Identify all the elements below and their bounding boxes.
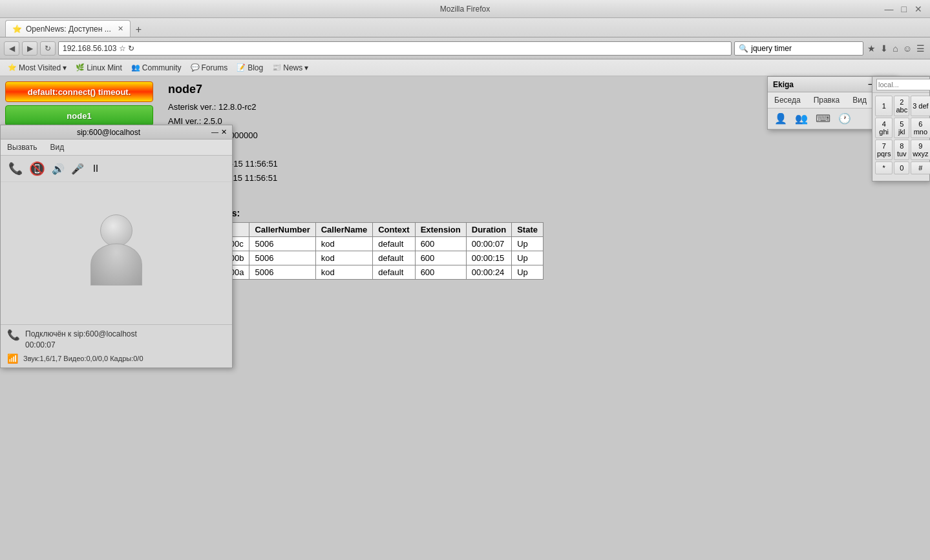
menu-btn[interactable]: ☰ bbox=[915, 42, 926, 55]
bookmark-community[interactable]: 👥 Community bbox=[129, 62, 184, 74]
call-hangup-btn[interactable]: 📵 bbox=[28, 160, 47, 178]
active-tab[interactable]: ⭐ OpenNews: Доступен ... ✕ bbox=[5, 20, 131, 37]
url-text: 192.168.56.103 bbox=[63, 44, 116, 53]
maximize-btn[interactable]: □ bbox=[899, 4, 909, 14]
bookmark-label: Blog bbox=[248, 63, 263, 72]
call-answer-btn[interactable]: 📞 bbox=[7, 160, 24, 177]
current-calls: Current calls: 3 bbox=[168, 186, 920, 200]
bookmark-most-visited[interactable]: ⭐ Most Visited ▾ bbox=[5, 62, 69, 74]
reload-button[interactable]: ↻ bbox=[40, 41, 56, 56]
keypad-7[interactable]: 7 pqrs bbox=[875, 140, 893, 160]
keypad-3[interactable]: 3 def bbox=[911, 96, 930, 116]
sip-title: sip:600@localhost bbox=[6, 128, 211, 137]
table-cell: 5006 bbox=[249, 251, 315, 265]
bookmark-star-icon: ☆ bbox=[119, 44, 126, 53]
bookmark-toolbar-btn[interactable]: ★ bbox=[866, 42, 877, 55]
ekiga-keypad-panel: 📞 1 2 abc 3 def 4 ghi 5 jkl 6 mno 7 pqrs… bbox=[872, 76, 930, 181]
tab-close-btn[interactable]: ✕ bbox=[118, 25, 123, 33]
forward-button[interactable]: ▶ bbox=[22, 41, 37, 56]
keypad-0[interactable]: 0 bbox=[894, 161, 909, 174]
sip-status-text: Подключён к sip:600@localhost 00:00:07 bbox=[25, 329, 137, 351]
table-cell: Up bbox=[512, 236, 544, 251]
max-loadavg: MAX loadavg: 0.000000 bbox=[168, 129, 920, 143]
dropdown-icon: ▾ bbox=[63, 63, 67, 72]
call-volume-btn[interactable]: 🔊 bbox=[50, 161, 66, 176]
search-bar[interactable]: 🔍 jquery timer bbox=[734, 41, 863, 56]
search-icon: 🔍 bbox=[739, 44, 748, 53]
node-default-timeout-btn[interactable]: default:connect() timeout. bbox=[5, 81, 153, 102]
ekiga-menu-vid[interactable]: Вид bbox=[846, 94, 873, 107]
back-button[interactable]: ◀ bbox=[4, 41, 19, 56]
bookmark-blog[interactable]: 📝 Blog bbox=[234, 62, 266, 74]
new-tab-button[interactable]: + bbox=[132, 24, 145, 36]
avatar bbox=[87, 214, 145, 292]
ekiga-menu-beseda[interactable]: Беседа bbox=[768, 94, 807, 107]
ekiga-person-btn[interactable]: 👤 bbox=[772, 111, 790, 126]
table-cell: 5006 bbox=[249, 265, 315, 279]
keypad-star[interactable]: * bbox=[875, 161, 893, 174]
keypad-address-input[interactable] bbox=[876, 79, 930, 90]
account-btn[interactable]: ☺ bbox=[902, 42, 913, 55]
bookmark-news[interactable]: 📰 News ▾ bbox=[269, 62, 311, 74]
table-cell: 600 bbox=[415, 265, 466, 279]
keypad-hash[interactable]: # bbox=[911, 161, 930, 174]
table-cell: 00:00:07 bbox=[466, 236, 511, 251]
bookmark-label: Most Visited bbox=[19, 63, 61, 72]
keypad-8[interactable]: 8 tuv bbox=[894, 140, 909, 160]
table-cell: default bbox=[373, 265, 415, 279]
url-bar[interactable]: 192.168.56.103 ☆ ↻ bbox=[58, 41, 732, 56]
col-header-callernumber: CallerNumber bbox=[249, 222, 315, 236]
audio-bars-icon: 📶 bbox=[7, 353, 18, 364]
table-cell: kod bbox=[315, 236, 373, 251]
refresh-icon: ↻ bbox=[128, 44, 134, 53]
toolbar-icons: ★ ⬇ ⌂ ☺ ☰ bbox=[866, 42, 926, 55]
col-header-duration: Duration bbox=[466, 222, 511, 236]
keypad-6[interactable]: 6 mno bbox=[911, 118, 930, 138]
addressbar: ◀ ▶ ↻ 192.168.56.103 ☆ ↻ 🔍 jquery timer … bbox=[0, 37, 930, 59]
table-cell: 600 bbox=[415, 251, 466, 265]
sip-audio-info: Звук:1,6/1,7 Видео:0,0/0,0 Кадры:0/0 bbox=[23, 355, 143, 362]
sip-status-row: 📞 Подключён к sip:600@localhost 00:00:07 bbox=[7, 329, 226, 351]
ekiga-menu-pravka[interactable]: Правка bbox=[807, 94, 847, 107]
close-btn[interactable]: ✕ bbox=[912, 4, 925, 14]
table-cell: 00:00:24 bbox=[466, 265, 511, 279]
dropdown-icon: ▾ bbox=[304, 63, 308, 72]
keypad-2[interactable]: 2 abc bbox=[894, 96, 909, 116]
node1-btn[interactable]: node1 bbox=[5, 105, 153, 126]
search-text: jquery timer bbox=[751, 44, 792, 53]
keypad-9[interactable]: 9 wxyz bbox=[911, 140, 930, 160]
tab-label: OpenNews: Доступен ... bbox=[26, 25, 111, 34]
main-content: default:connect() timeout. node1 node2 n… bbox=[0, 76, 930, 560]
sip-menu-call[interactable]: Вызвать bbox=[1, 141, 44, 154]
keypad-1[interactable]: 1 bbox=[875, 96, 893, 116]
keypad-address-bar: 📞 bbox=[872, 77, 929, 93]
sip-avatar-area bbox=[1, 182, 232, 324]
sip-min-btn[interactable]: — bbox=[211, 128, 218, 136]
ekiga-history-btn[interactable]: 🕐 bbox=[836, 111, 854, 126]
sip-menu-vid[interactable]: Вид bbox=[44, 141, 71, 154]
call-mute-btn[interactable]: 🎤 bbox=[70, 161, 85, 176]
col-header-context: Context bbox=[373, 222, 415, 236]
table-cell: 00:00:15 bbox=[466, 251, 511, 265]
table-cell: kod bbox=[315, 265, 373, 279]
blog-icon: 📝 bbox=[237, 63, 246, 72]
keypad-4[interactable]: 4 ghi bbox=[875, 118, 893, 138]
home-btn[interactable]: ⌂ bbox=[891, 42, 899, 55]
forum-icon: 💬 bbox=[191, 63, 200, 72]
sip-call-controls: 📞 📵 🔊 🎤 ⏸ bbox=[1, 156, 232, 182]
ekiga-title: Ekiga bbox=[773, 80, 794, 89]
ekiga-contacts-btn[interactable]: 👥 bbox=[792, 111, 810, 126]
ekiga-keypad-btn[interactable]: ⌨ bbox=[813, 111, 833, 126]
bookmark-forums[interactable]: 💬 Forums bbox=[188, 62, 231, 74]
download-btn[interactable]: ⬇ bbox=[879, 42, 889, 55]
bookmark-linux-mint[interactable]: 🌿 Linux Mint bbox=[73, 62, 125, 74]
col-header-state: State bbox=[512, 222, 544, 236]
bookmark-label: Forums bbox=[202, 63, 228, 72]
sip-menu: Вызвать Вид bbox=[1, 140, 232, 156]
table-cell: 600 bbox=[415, 236, 466, 251]
call-pause-btn[interactable]: ⏸ bbox=[89, 161, 102, 176]
sip-close-btn[interactable]: ✕ bbox=[221, 128, 227, 136]
minimize-btn[interactable]: — bbox=[882, 4, 896, 14]
keypad-5[interactable]: 5 jkl bbox=[894, 118, 909, 138]
url-icons: ☆ ↻ bbox=[119, 44, 134, 53]
